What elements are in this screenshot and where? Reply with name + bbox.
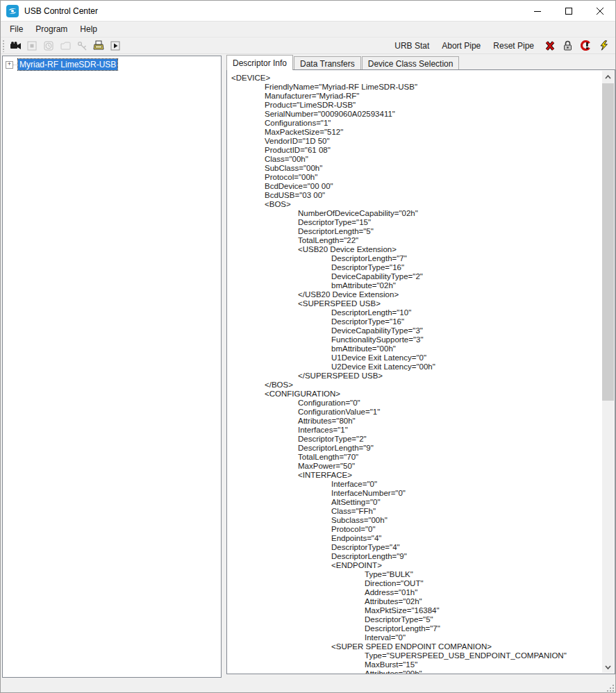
descriptor-line: bmAttribute="00h" (231, 344, 603, 353)
descriptor-line: DescriptorLength="10" (231, 308, 603, 317)
descriptor-line: DeviceCapabilityType="3" (231, 326, 603, 335)
scroll-up-icon[interactable] (602, 71, 614, 83)
descriptor-line: <CONFIGURATION> (231, 390, 603, 399)
tab-descriptor-info[interactable]: Descriptor Info (226, 55, 293, 70)
reset-pipe-button[interactable]: Reset Pipe (488, 39, 539, 53)
descriptor-line: DescriptorLength="7" (231, 624, 603, 633)
descriptor-line: SubClass="00h" (231, 164, 603, 173)
descriptor-line: </SUPERSPEED USB> (231, 371, 603, 381)
descriptor-text: <DEVICE>FriendlyName="Myriad-RF LimeSDR-… (227, 70, 603, 674)
descriptor-line: ProductID="61 08" (231, 146, 603, 155)
main-content: + Myriad-RF LimeSDR-USB Descriptor InfoD… (1, 54, 615, 679)
stop-icon[interactable] (24, 38, 40, 53)
tab-data-transfers[interactable]: Data Transfers (294, 56, 361, 70)
abort-pipe-button[interactable]: Abort Pipe (437, 39, 485, 53)
maximize-button[interactable] (553, 1, 584, 21)
usb-control-center-window: USB Control Center FileProgramHelp URB S… (0, 0, 616, 693)
descriptor-line: <SUPER SPEED ENDPOINT COMPANION> (231, 642, 603, 651)
reset-c-icon[interactable] (578, 38, 593, 53)
window-title: USB Control Center (24, 6, 522, 16)
descriptor-line: DescriptorType="16" (231, 263, 603, 272)
lightning-icon[interactable] (596, 38, 611, 53)
descriptor-line: DeviceCapabilityType="2" (231, 272, 603, 281)
descriptor-line: bmAttribute="02h" (231, 281, 603, 290)
descriptor-line: U2Device Exit Latency="00h" (231, 362, 603, 371)
descriptor-line: Class="00h" (231, 155, 603, 164)
descriptor-line: VendorID="1D 50" (231, 137, 603, 146)
title-bar: USB Control Center (1, 1, 615, 21)
tools-icon[interactable] (74, 38, 90, 53)
descriptor-line: Attributes="00h" (231, 669, 603, 674)
descriptor-line: InterfaceNumber="0" (231, 489, 603, 498)
descriptor-line: Product="LimeSDR-USB" (231, 101, 603, 110)
folder-icon[interactable] (58, 38, 73, 53)
descriptor-line: Subclass="00h" (231, 516, 603, 525)
menu-help[interactable]: Help (74, 22, 103, 36)
lock-icon[interactable] (560, 38, 575, 53)
descriptor-line: MaxPower="50" (231, 462, 603, 471)
descriptor-line: Interface="0" (231, 480, 603, 489)
descriptor-line: <DEVICE> (231, 74, 603, 83)
descriptor-line: DescriptorLength="9" (231, 552, 603, 561)
menu-program[interactable]: Program (29, 22, 74, 36)
resize-grip-icon[interactable] (606, 683, 614, 692)
descriptor-info-textbox[interactable]: <DEVICE>FriendlyName="Myriad-RF LimeSDR-… (226, 69, 615, 674)
tree-expander-icon[interactable]: + (6, 61, 13, 69)
print-icon[interactable] (91, 38, 106, 53)
status-bar (1, 679, 615, 693)
play-icon[interactable] (108, 38, 123, 53)
descriptor-line: Endpoints="4" (231, 534, 603, 543)
clock-icon[interactable] (41, 38, 56, 53)
menu-file[interactable]: File (3, 22, 29, 36)
toolbar: URB StatAbort PipeReset Pipe (1, 37, 615, 54)
descriptor-line: BcdDevice="00 00" (231, 182, 603, 191)
descriptor-line: <USB20 Device Extension> (231, 245, 603, 254)
descriptor-line: DescriptorType="15" (231, 218, 603, 227)
tree-connector (13, 65, 18, 65)
descriptor-line: MaxPacketSize="512" (231, 128, 603, 137)
device-tree-panel: + Myriad-RF LimeSDR-USB (2, 56, 222, 678)
scrollbar-thumb[interactable] (602, 83, 614, 401)
descriptor-line: TotalLength="22" (231, 236, 603, 245)
descriptor-line: Attributes="02h" (231, 597, 603, 606)
descriptor-line: </USB20 Device Extension> (231, 290, 603, 299)
close-button[interactable] (584, 1, 615, 21)
descriptor-line: Type="BULK" (231, 570, 603, 579)
vertical-scrollbar[interactable] (602, 71, 614, 673)
urb-stat-button[interactable]: URB Stat (390, 39, 434, 53)
descriptor-line: Manufacturer="Myriad-RF" (231, 92, 603, 101)
minimize-button[interactable] (522, 1, 553, 21)
descriptor-line: DescriptorType="4" (231, 543, 603, 552)
descriptor-line: Address="01h" (231, 588, 603, 597)
tree-item-device[interactable]: + Myriad-RF LimeSDR-USB (6, 59, 221, 70)
scroll-down-icon[interactable] (602, 661, 614, 673)
descriptor-line: FunctionalitySupporte="3" (231, 335, 603, 344)
descriptor-line: AltSetting="0" (231, 498, 603, 507)
descriptor-line: <ENDPOINT> (231, 561, 603, 570)
descriptor-line: Direction="OUT" (231, 579, 603, 588)
descriptor-line: Type="SUPERSPEED_USB_ENDPOINT_COMPANION" (231, 651, 603, 660)
descriptor-line: MaxBurst="15" (231, 660, 603, 669)
descriptor-line: DescriptorLength="7" (231, 254, 603, 263)
descriptor-line: </BOS> (231, 381, 603, 390)
device-camera-icon[interactable] (8, 38, 23, 53)
right-panel: Descriptor InfoData TransfersDevice Clas… (225, 54, 615, 679)
abort-x-icon[interactable] (542, 38, 557, 53)
descriptor-line: Protocol="0" (231, 525, 603, 534)
app-logo-icon (6, 5, 19, 17)
toolbar-grip[interactable] (2, 40, 5, 52)
menu-bar: FileProgramHelp (1, 21, 615, 37)
tree-item-label[interactable]: Myriad-RF LimeSDR-USB (18, 59, 117, 70)
tab-device-class-selection[interactable]: Device Class Selection (362, 56, 460, 70)
descriptor-line: MaxPktSize="16384" (231, 606, 603, 615)
descriptor-line: ConfigurationValue="1" (231, 408, 603, 417)
descriptor-line: <INTERFACE> (231, 471, 603, 480)
tab-strip: Descriptor InfoData TransfersDevice Clas… (226, 55, 460, 70)
descriptor-line: Class="FFh" (231, 507, 603, 516)
descriptor-line: FriendlyName="Myriad-RF LimeSDR-USB" (231, 83, 603, 92)
descriptor-line: Configuration="0" (231, 399, 603, 408)
descriptor-line: <BOS> (231, 200, 603, 209)
descriptor-line: SerialNumber="0009060A02593411" (231, 110, 603, 119)
descriptor-line: BcdUSB="03 00" (231, 191, 603, 200)
descriptor-line: Interfaces="1" (231, 426, 603, 435)
